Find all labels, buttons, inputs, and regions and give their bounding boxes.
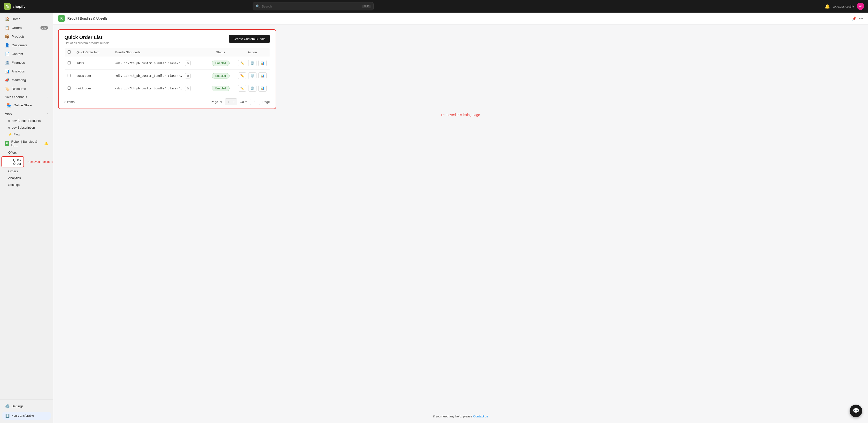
row-action-cell: ✏️ 🗑️ 📊 bbox=[235, 69, 270, 82]
rebolt-bell-icon[interactable]: 🔔 bbox=[44, 142, 48, 145]
apps-label: Apps bbox=[5, 112, 12, 115]
row-shortcode-cell: <div id="th_pb_custom_bundle" class="th_… bbox=[113, 57, 206, 69]
create-custom-bundle-button[interactable]: Create Custom Bundle bbox=[229, 35, 270, 43]
delete-button[interactable]: 🗑️ bbox=[248, 60, 256, 66]
flow-label: Flow bbox=[13, 132, 20, 136]
sidebar-item-label: Products bbox=[11, 35, 25, 38]
sidebar-item-online-store[interactable]: 🏪 Online Store bbox=[1, 101, 52, 110]
sidebar-nav: 🏠 Home 📋 Orders 212 📦 Products 👤 Custome… bbox=[0, 12, 53, 399]
page-nav-group: ‹ › bbox=[225, 98, 237, 105]
sidebar-item-label: Home bbox=[11, 17, 20, 21]
edit-button[interactable]: ✏️ bbox=[238, 60, 246, 66]
settings-label: Settings bbox=[11, 404, 24, 408]
user-avatar[interactable]: wc bbox=[857, 3, 864, 10]
sidebar-item-products[interactable]: 📦 Products bbox=[1, 32, 52, 41]
delete-button[interactable]: 🗑️ bbox=[248, 85, 256, 92]
apps-section[interactable]: Apps › bbox=[1, 110, 52, 117]
sidebar-item-analytics-sub[interactable]: Analytics bbox=[1, 175, 52, 181]
select-all-checkbox[interactable] bbox=[68, 51, 71, 54]
non-transferable-badge: ℹ️ Non-transferable bbox=[2, 412, 51, 420]
chat-bubble-button[interactable]: 💬 bbox=[849, 404, 862, 417]
sidebar-item-analytics[interactable]: 📊 Analytics bbox=[1, 67, 52, 75]
table-row: sddfs <div id="th_pb_custom_bundle" clas… bbox=[65, 57, 270, 69]
items-count: 3 items bbox=[64, 100, 74, 104]
copy-shortcode-button[interactable]: ⧉ bbox=[185, 86, 191, 91]
rebolt-label: Rebolt | Bundles & Up... bbox=[11, 140, 42, 147]
sidebar-item-quick-order[interactable]: → Quick Order bbox=[1, 156, 24, 168]
page-number-input[interactable] bbox=[250, 99, 260, 105]
next-page-button[interactable]: › bbox=[231, 99, 237, 105]
dev-bundle-label: dev Bundle Products bbox=[11, 119, 41, 123]
copy-shortcode-button[interactable]: ⧉ bbox=[185, 61, 191, 66]
contact-us-link[interactable]: Contact us bbox=[473, 415, 488, 418]
row-name-cell: quick oder bbox=[73, 82, 113, 95]
notifications-icon[interactable]: 🔔 bbox=[825, 4, 830, 9]
shortcode-text: <div id="th_pb_custom_bundle" class="th_… bbox=[115, 74, 183, 78]
rebolt-app-header[interactable]: R Rebolt | Bundles & Up... 🔔 bbox=[1, 138, 52, 149]
topbar-right: 🔔 wc-apps-testify wc bbox=[825, 3, 864, 10]
shopify-logo-text: shopify bbox=[12, 4, 25, 8]
sidebar-item-dev-bundle[interactable]: dev Bundle Products bbox=[1, 118, 52, 124]
more-options-btn[interactable]: ••• bbox=[859, 16, 863, 21]
edit-button[interactable]: ✏️ bbox=[238, 85, 246, 92]
pin-icon-btn[interactable]: 📌 bbox=[852, 16, 857, 21]
removed-from-here-text: Removed from here bbox=[27, 160, 53, 163]
row-action-cell: ✏️ 🗑️ 📊 bbox=[235, 82, 270, 95]
sidebar-item-offers[interactable]: Offers bbox=[1, 149, 52, 156]
app-header-bar: R Rebolt | Bundles & Upsells 📌 ••• bbox=[53, 12, 868, 25]
discounts-icon: 🏷️ bbox=[5, 87, 9, 91]
sidebar-item-orders-sub[interactable]: Orders bbox=[1, 168, 52, 175]
stats-button[interactable]: 📊 bbox=[258, 72, 267, 79]
edit-button[interactable]: ✏️ bbox=[238, 72, 246, 79]
prev-page-button[interactable]: ‹ bbox=[225, 99, 231, 105]
row-name-cell: quick oder bbox=[73, 69, 113, 82]
removed-listing-page-text: Removed this listing page bbox=[58, 113, 863, 117]
sidebar-item-customers[interactable]: 👤 Customers bbox=[1, 41, 52, 50]
table-head: Quick Order Info Bundle Shortcode Status… bbox=[65, 48, 270, 57]
table-row: quick oder <div id="th_pb_custom_bundle"… bbox=[65, 82, 270, 95]
row-checkbox[interactable] bbox=[68, 74, 71, 77]
sidebar-item-dev-subscription[interactable]: dev Subscription bbox=[1, 124, 52, 131]
chevron-right-icon: › bbox=[47, 96, 48, 99]
row-status-cell: Enabled bbox=[206, 69, 235, 82]
username-label: wc-apps-testify bbox=[833, 5, 854, 8]
search-bar[interactable]: 🔍 ⌘ K bbox=[253, 2, 374, 10]
row-checkbox[interactable] bbox=[68, 61, 71, 64]
sidebar-bottom: ⚙️ Settings ℹ️ Non-transferable bbox=[0, 399, 53, 423]
sidebar-item-discounts[interactable]: 🏷️ Discounts bbox=[1, 85, 52, 93]
copy-shortcode-button[interactable]: ⧉ bbox=[185, 73, 191, 79]
row-checkbox[interactable] bbox=[68, 87, 71, 90]
sidebar-item-orders[interactable]: 📋 Orders 212 bbox=[1, 24, 52, 32]
sales-channels-section[interactable]: Sales channels › bbox=[1, 93, 52, 101]
quick-order-info-col: Quick Order Info bbox=[73, 48, 113, 57]
content-icon: 📄 bbox=[5, 52, 9, 56]
shopify-logo: 🛍 shopify bbox=[4, 3, 25, 10]
sidebar-item-home[interactable]: 🏠 Home bbox=[1, 15, 52, 23]
sidebar-item-flow[interactable]: ⚡ Flow bbox=[1, 131, 52, 138]
delete-button[interactable]: 🗑️ bbox=[248, 72, 256, 79]
main-layout: 🏠 Home 📋 Orders 212 📦 Products 👤 Custome… bbox=[0, 12, 868, 423]
stats-button[interactable]: 📊 bbox=[258, 85, 267, 92]
row-checkbox-cell bbox=[65, 57, 74, 69]
shortcode-text: <div id="th_pb_custom_bundle" class="th_… bbox=[115, 87, 183, 90]
row-name: quick oder bbox=[76, 74, 91, 78]
table-wrapper: Quick Order Info Bundle Shortcode Status… bbox=[59, 48, 276, 95]
sidebar-item-finances[interactable]: 🏦 Finances bbox=[1, 58, 52, 67]
sidebar-item-settings[interactable]: ⚙️ Settings bbox=[1, 402, 52, 411]
select-all-col bbox=[65, 48, 74, 57]
stats-button[interactable]: 📊 bbox=[258, 60, 267, 66]
info-icon: ℹ️ bbox=[5, 414, 9, 418]
search-input[interactable] bbox=[262, 5, 361, 8]
table-row: quick oder <div id="th_pb_custom_bundle"… bbox=[65, 69, 270, 82]
settings-sub-label: Settings bbox=[8, 183, 20, 186]
sidebar-item-label: Customers bbox=[11, 43, 27, 47]
pagination: Page1/1 ‹ › Go to Page bbox=[211, 98, 270, 105]
sidebar-item-marketing[interactable]: 📣 Marketing bbox=[1, 76, 52, 84]
sidebar-item-settings-sub[interactable]: Settings bbox=[1, 181, 52, 188]
status-badge: Enabled bbox=[212, 73, 229, 79]
topbar: 🛍 shopify 🔍 ⌘ K 🔔 wc-apps-testify wc bbox=[0, 0, 868, 12]
sidebar-item-label: Discounts bbox=[11, 87, 26, 91]
card-subtitle: List of all custom product bundle. bbox=[64, 41, 111, 45]
sidebar-item-content[interactable]: 📄 Content bbox=[1, 50, 52, 58]
row-checkbox-cell bbox=[65, 69, 74, 82]
